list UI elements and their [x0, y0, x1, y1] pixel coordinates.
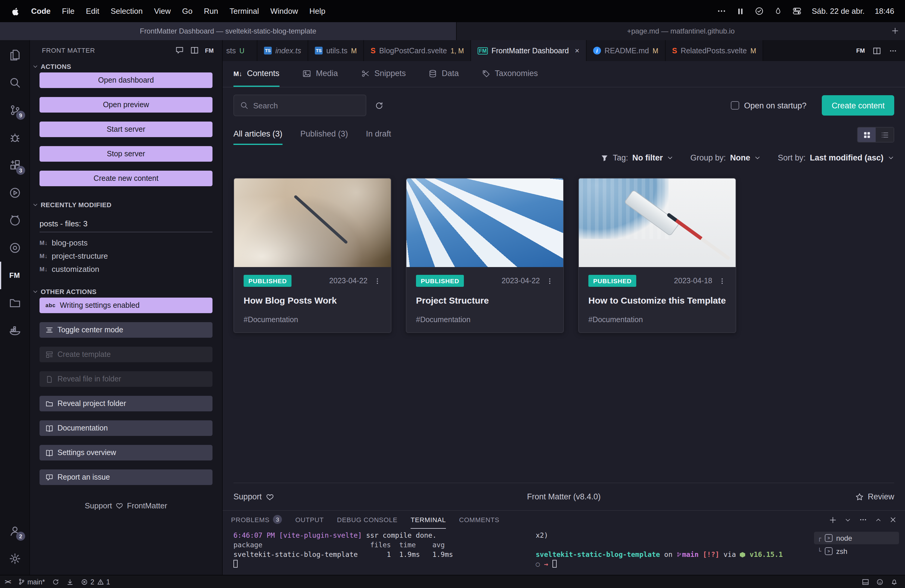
kebab-menu-icon[interactable] — [373, 277, 381, 285]
titlebar-right-window[interactable]: +page.md — matfantinel.github.io — [457, 22, 905, 40]
settings-overview-button[interactable]: Settings overview — [40, 445, 213, 461]
menu-view[interactable]: View — [154, 6, 171, 16]
writing-settings-button[interactable]: abc Writing settings enabled — [40, 297, 213, 313]
tab-blogpostcard-svelte[interactable]: S BlogPostCard.svelte 1, M — [364, 40, 471, 61]
create-template-button[interactable]: Create template — [40, 347, 213, 362]
tab-published[interactable]: Published (3) — [300, 129, 348, 145]
folder-icon[interactable] — [0, 289, 29, 317]
recent-file-blog-posts[interactable]: M↓ blog-posts — [40, 237, 213, 250]
open-dashboard-button[interactable]: Open dashboard — [40, 72, 213, 88]
section-recently-modified[interactable]: RECENTLY MODIFIED — [30, 199, 222, 211]
search-icon[interactable] — [0, 69, 29, 96]
terminal-pane-left[interactable]: 6:46:07 PM [vite-plugin-svelte] ssr comp… — [233, 531, 536, 575]
nav-taxonomies[interactable]: Taxonomies — [481, 61, 538, 87]
nav-data[interactable]: Data — [429, 61, 459, 87]
start-server-button[interactable]: Start server — [40, 122, 213, 137]
notifications-bell-icon[interactable] — [891, 578, 898, 586]
tag-filter[interactable]: Tag: No filter — [600, 153, 674, 162]
more-actions-icon[interactable] — [859, 516, 867, 524]
close-panel-icon[interactable] — [889, 516, 897, 523]
menu-help[interactable]: Help — [310, 6, 325, 16]
layout-panel-icon[interactable] — [862, 578, 869, 585]
section-actions[interactable]: ACTIONS — [30, 60, 222, 72]
reveal-project-folder-button[interactable]: Reveal project folder — [40, 396, 213, 412]
tab-frontmatter-dashboard[interactable]: FM FrontMatter Dashboard × — [471, 40, 587, 61]
grid-view-button[interactable] — [858, 127, 876, 142]
kebab-menu-icon[interactable] — [546, 277, 554, 285]
remote-target-icon[interactable] — [0, 234, 29, 262]
close-tab-icon[interactable]: × — [575, 46, 580, 55]
frontmatter-action-icon[interactable]: FM — [856, 47, 865, 54]
tab-index-ts[interactable]: TS index.ts — [257, 40, 308, 61]
titlebar-left-window[interactable]: FrontMatter Dashboard — sveltekit-static… — [0, 22, 457, 40]
frontmatter-activity-icon[interactable]: FM — [0, 262, 29, 289]
problems-status[interactable]: 2 1 — [81, 578, 110, 585]
settings-gear-icon[interactable] — [0, 545, 29, 572]
terminal-area[interactable]: 6:46:07 PM [vite-plugin-svelte] ssr comp… — [223, 529, 905, 575]
group-by-filter[interactable]: Group by: None — [691, 153, 761, 162]
recent-file-customization[interactable]: M↓ customization — [40, 263, 213, 276]
search-input[interactable] — [253, 101, 360, 110]
open-on-startup-checkbox[interactable] — [731, 101, 739, 110]
explorer-icon[interactable] — [0, 41, 29, 69]
open-preview-button[interactable]: Open preview — [40, 97, 213, 113]
git-fetch-status[interactable] — [67, 578, 74, 585]
play-circle-icon[interactable] — [0, 179, 29, 207]
tab-problems[interactable]: PROBLEMS 3 — [231, 511, 282, 529]
reveal-file-button[interactable]: Reveal file in folder — [40, 371, 213, 387]
git-branch-status[interactable]: main* — [17, 578, 45, 586]
tab-terminal[interactable]: TERMINAL — [411, 511, 446, 529]
frontmatter-mini-logo[interactable]: FM — [205, 47, 214, 54]
more-actions-icon[interactable] — [889, 46, 897, 55]
terminal-instance-node[interactable]: ┌ > node — [814, 532, 899, 544]
droplet-icon[interactable] — [774, 6, 783, 16]
menu-selection[interactable]: Selection — [111, 6, 143, 16]
refresh-icon[interactable] — [375, 101, 384, 110]
menu-file[interactable]: File — [62, 6, 75, 16]
plus-icon[interactable] — [891, 27, 899, 35]
debug-icon[interactable] — [0, 124, 29, 151]
list-view-button[interactable] — [876, 127, 894, 142]
feedback-comment-icon[interactable] — [175, 46, 183, 54]
sidebar-support[interactable]: Support FrontMatter — [30, 501, 222, 510]
apple-menu-icon[interactable] — [11, 6, 20, 16]
sort-by-filter[interactable]: Sort by: Last modified (asc) — [778, 153, 894, 162]
nav-contents[interactable]: M↓ Contents — [233, 61, 279, 87]
stop-server-button[interactable]: Stop server — [40, 146, 213, 162]
menubar-time[interactable]: 18:46 — [875, 6, 894, 16]
extensions-icon[interactable]: 3 — [0, 151, 29, 179]
accounts-icon[interactable]: 2 — [0, 517, 29, 545]
footer-support[interactable]: Support — [233, 492, 527, 501]
control-center-icon[interactable] — [793, 6, 802, 16]
article-card[interactable]: PUBLISHED 2023-04-22 How Blog Posts Work… — [233, 178, 391, 333]
recent-file-project-structure[interactable]: M↓ project-structure — [40, 250, 213, 263]
nav-media[interactable]: Media — [302, 61, 338, 87]
menu-code[interactable]: Code — [31, 6, 51, 16]
menu-edit[interactable]: Edit — [86, 6, 99, 16]
open-on-startup[interactable]: Open on startup? — [731, 101, 807, 110]
maximize-panel-icon[interactable] — [875, 516, 882, 523]
menubar-dots-icon[interactable] — [718, 6, 726, 16]
remote-indicator[interactable]: >< — [5, 578, 11, 585]
source-control-icon[interactable]: 9 — [0, 96, 29, 124]
article-card[interactable]: PUBLISHED 2023-04-22 Project Structure #… — [406, 178, 564, 333]
menu-window[interactable]: Window — [270, 6, 298, 16]
tab-output[interactable]: OUTPUT — [295, 511, 324, 529]
github-icon[interactable] — [0, 207, 29, 234]
tab-readme-md[interactable]: i README.md M — [587, 40, 665, 61]
tab-posts[interactable]: sts U — [223, 40, 257, 61]
terminal-pane-right[interactable]: x2) sveltekit-static-blog-template on ma… — [536, 531, 810, 575]
kebab-menu-icon[interactable] — [718, 277, 726, 285]
tab-relatedposts-svelte[interactable]: S RelatedPosts.svelte M — [665, 40, 764, 61]
tab-comments[interactable]: COMMENTS — [459, 511, 500, 529]
create-content-button[interactable]: Create content — [822, 95, 894, 116]
nav-snippets[interactable]: Snippets — [360, 61, 406, 87]
new-terminal-icon[interactable] — [829, 516, 837, 524]
tab-utils-ts[interactable]: TS utils.ts M — [308, 40, 364, 61]
shortcuts-check-icon[interactable] — [755, 6, 764, 16]
tab-debug-console[interactable]: DEBUG CONSOLE — [337, 511, 397, 529]
feedback-icon[interactable] — [876, 578, 883, 585]
create-new-content-button[interactable]: Create new content — [40, 171, 213, 186]
documentation-button[interactable]: Documentation — [40, 420, 213, 436]
git-sync-status[interactable] — [52, 578, 59, 585]
